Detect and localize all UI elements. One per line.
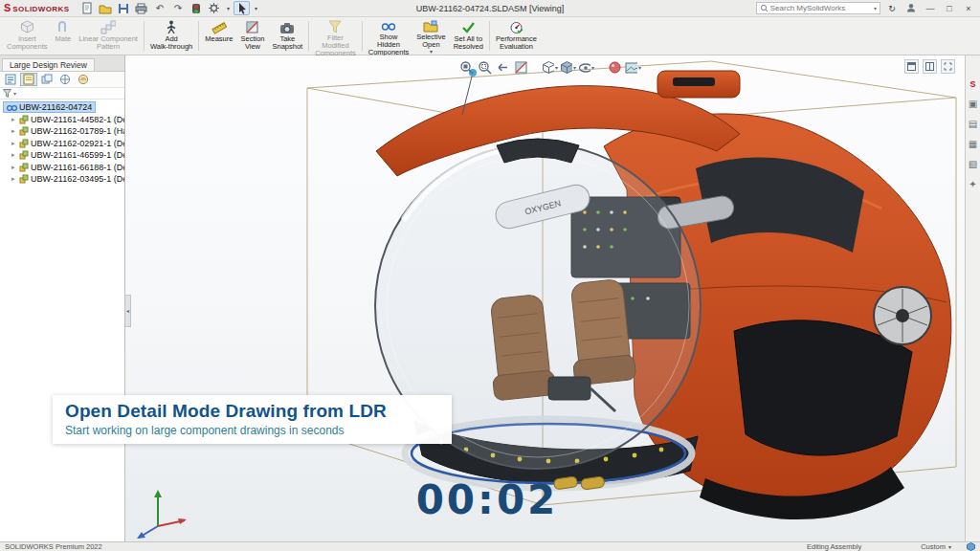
mate-icon: [56, 20, 70, 34]
section-view-button[interactable]: Section View: [236, 18, 268, 54]
display-state-dropdown[interactable]: Custom ▾: [921, 542, 951, 551]
edit-appearance-icon[interactable]: [607, 59, 623, 76]
tree-item[interactable]: ▸ UBW-21162-02921-1 (Default): [0, 138, 124, 150]
set-all-to-resolved-button[interactable]: Set All to Resolved: [450, 18, 487, 54]
zoom-to-area-icon[interactable]: [477, 59, 493, 76]
configuration-manager-tab-icon[interactable]: [38, 73, 56, 86]
filter-funnel-icon: [328, 20, 342, 33]
search-dropdown-icon[interactable]: ▾: [874, 5, 877, 11]
view-palette-icon[interactable]: ▦: [969, 140, 977, 149]
hide-show-dropdown-icon[interactable]: ▾: [591, 64, 594, 71]
expand-arrow-icon[interactable]: ▸: [11, 127, 17, 135]
display-style-icon[interactable]: ▾: [560, 59, 576, 76]
user-account-icon[interactable]: [903, 3, 919, 14]
solidworks-resources-icon[interactable]: S: [969, 80, 975, 89]
solidworks-logo-text: SOLIDWORKS: [12, 5, 69, 13]
custom-properties-icon[interactable]: ✦: [969, 180, 976, 189]
tree-item-label: UBW-21161-44582-1 (Default): [31, 115, 124, 124]
sync-icon[interactable]: ↻: [884, 4, 900, 13]
options-dropdown-icon[interactable]: ▾: [224, 1, 232, 15]
previous-view-icon[interactable]: [495, 59, 511, 76]
status-product-label: SOLIDWORKS Premium 2022: [5, 542, 102, 551]
take-snapshot-button[interactable]: Take Snapshot: [268, 18, 306, 54]
zoom-to-fit-icon[interactable]: [458, 59, 475, 76]
rebuild-icon[interactable]: [188, 1, 204, 15]
panel-collapse-handle[interactable]: ◄: [125, 295, 131, 327]
save-icon[interactable]: [115, 1, 131, 15]
tree-item[interactable]: ▸ UBW-21162-03495-1 (Default): [0, 173, 124, 186]
tree-item-label: UBW-21162-01789-1 (Hatch Closed): [31, 126, 124, 136]
tree-filter-row[interactable]: ▾: [0, 88, 124, 99]
insert-components-button[interactable]: Insert Components: [3, 18, 52, 54]
title-bar: S SOLIDWORKS ↶ ↷ ▾ ▾ UBW-21162-04724.SLD…: [0, 0, 980, 17]
viewport-fullscreen-icon[interactable]: [941, 59, 955, 74]
tab-large-design-review[interactable]: Large Design Review: [2, 58, 95, 71]
linear-component-pattern-button[interactable]: Linear Component Pattern: [75, 18, 142, 54]
display-state-label: Custom: [921, 542, 946, 551]
selective-open-dropdown-icon[interactable]: ▾: [430, 49, 433, 55]
open-document-icon[interactable]: [97, 1, 113, 15]
display-manager-tab-icon[interactable]: [75, 73, 92, 86]
expand-arrow-icon[interactable]: ▸: [11, 164, 17, 171]
redo-icon[interactable]: ↷: [169, 1, 186, 15]
view-orientation-dropdown-icon[interactable]: ▾: [555, 64, 558, 71]
ribbon-separator: [308, 21, 309, 51]
tree-item-label: UBW-21161-46599-1 (Default): [31, 150, 124, 160]
window-title: UBW-21162-04724.SLDASM [Viewing]: [416, 0, 565, 17]
select-tool-icon[interactable]: [234, 1, 250, 15]
search-input[interactable]: [770, 4, 871, 12]
filter-modified-components-button[interactable]: Filter Modified Components: [311, 18, 360, 54]
feature-manager-tab-icon[interactable]: [2, 73, 19, 86]
apply-scene-dropdown-icon[interactable]: ▾: [638, 64, 641, 71]
expand-arrow-icon[interactable]: ▸: [11, 175, 17, 183]
minimize-button[interactable]: —: [923, 4, 938, 13]
view-orientation-icon[interactable]: ▾: [542, 59, 558, 76]
tree-item[interactable]: ▸ UBW-21161-66188-1 (Default): [0, 162, 124, 174]
hide-show-items-icon[interactable]: ▾: [578, 59, 594, 76]
select-dropdown-icon[interactable]: ▾: [252, 1, 259, 15]
component-icon: [19, 139, 29, 148]
tree-filter-dropdown-icon[interactable]: ▾: [13, 90, 16, 97]
tree-item[interactable]: ▸ UBW-21161-46599-1 (Default): [0, 149, 124, 162]
status-cube-icon[interactable]: [967, 542, 975, 551]
tree-root-item[interactable]: UBW-21162-04724: [0, 101, 124, 114]
status-bar-right: Editing Assembly Custom ▾: [807, 542, 975, 551]
close-button[interactable]: ×: [961, 4, 976, 13]
file-explorer-icon[interactable]: ▤: [969, 120, 977, 129]
expand-arrow-icon[interactable]: ▸: [11, 140, 17, 147]
search-box[interactable]: ▾: [756, 2, 880, 14]
expand-arrow-icon[interactable]: ▸: [11, 116, 17, 123]
mate-button[interactable]: Mate: [52, 18, 76, 54]
appearances-scenes-icon[interactable]: ▧: [969, 160, 977, 169]
ribbon-separator: [144, 21, 145, 51]
submarine-3d-model[interactable]: OXYGEN: [125, 55, 965, 541]
add-walkthrough-button[interactable]: Add Walk-through: [146, 18, 196, 54]
print-icon[interactable]: [133, 1, 149, 15]
panel-tab-bar: [0, 72, 124, 88]
measure-button[interactable]: Measure: [201, 18, 236, 54]
expand-arrow-icon[interactable]: ▸: [11, 151, 17, 159]
property-manager-tab-icon[interactable]: [20, 73, 37, 86]
show-hidden-components-button[interactable]: Show Hidden Components: [365, 18, 413, 54]
undo-icon[interactable]: ↶: [151, 1, 167, 15]
tree-item[interactable]: ▸ UBW-21161-44582-1 (Default): [0, 114, 124, 126]
feature-manager-panel: Large Design Review: [0, 55, 125, 541]
design-library-icon[interactable]: ▣: [969, 99, 977, 109]
command-manager-ribbon: Insert Components Mate Linear Component …: [0, 17, 980, 55]
apply-scene-icon[interactable]: ▾: [625, 59, 641, 76]
viewport-pane-icon[interactable]: [904, 59, 919, 74]
new-document-icon[interactable]: [78, 1, 95, 15]
options-gear-icon[interactable]: [206, 1, 222, 15]
task-pane-strip: S ▣ ▤ ▦ ▧ ✦: [965, 55, 980, 541]
dimxpert-manager-tab-icon[interactable]: [56, 73, 74, 86]
display-style-dropdown-icon[interactable]: ▾: [573, 64, 576, 71]
graphics-viewport[interactable]: OXYGEN: [125, 55, 965, 541]
tree-item[interactable]: ▸ UBW-21162-01789-1 (Hatch Closed): [0, 125, 124, 138]
performance-evaluation-button[interactable]: Performance Evaluation: [492, 18, 541, 54]
search-icon: [760, 4, 768, 12]
status-bar: SOLIDWORKS Premium 2022 Editing Assembly…: [0, 541, 980, 551]
section-view-hud-icon[interactable]: [513, 59, 529, 76]
selective-open-button[interactable]: Selective Open ▾: [412, 18, 449, 54]
viewport-split-icon[interactable]: [923, 59, 937, 74]
restore-button[interactable]: □: [942, 4, 957, 13]
